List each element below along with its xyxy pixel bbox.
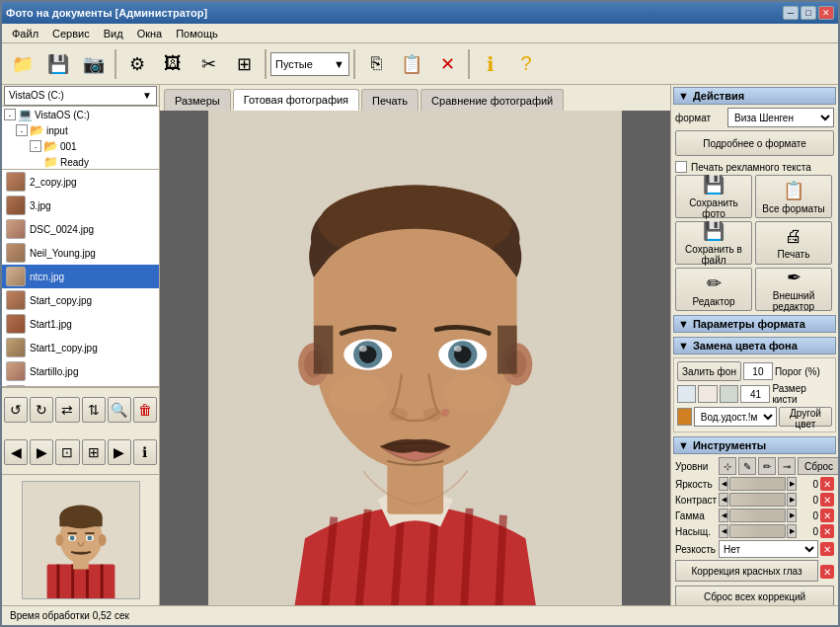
bt-info[interactable]: ℹ	[133, 439, 157, 465]
toolbar-scan[interactable]: 📷	[77, 47, 111, 81]
gamma-track[interactable]	[729, 509, 786, 522]
levels-btn-2[interactable]: ✎	[738, 457, 756, 475]
tab-ready-photo[interactable]: Готовая фотография	[233, 89, 359, 111]
tree-expand-vistaos[interactable]: -	[4, 109, 16, 120]
toolbar-open[interactable]: 📁	[6, 47, 39, 81]
toolbar-copy[interactable]: ⎘	[359, 47, 393, 81]
threshold-input[interactable]	[743, 362, 773, 380]
list-item[interactable]: 3.jpg	[2, 194, 159, 217]
gamma-right-arrow[interactable]: ▶	[787, 509, 797, 522]
toolbar-paste[interactable]: 📋	[395, 47, 428, 81]
bt-actual[interactable]: ⊞	[82, 439, 106, 465]
bt-fit[interactable]: ⊡	[55, 439, 79, 465]
minimize-button[interactable]: ─	[783, 6, 799, 20]
ext-editor-button[interactable]: ✒ Внешний редактор	[755, 268, 832, 311]
tab-sizes[interactable]: Размеры	[164, 89, 231, 111]
brightness-reset[interactable]: ✕	[820, 477, 834, 491]
brush-size-input[interactable]	[740, 385, 770, 403]
file-tree[interactable]: - 💻 VistaOS (C:) - 📂 input - 📂 001	[2, 107, 159, 170]
tree-item-ready[interactable]: 📁 Ready	[2, 154, 159, 170]
brightness-track[interactable]	[729, 477, 786, 491]
bt-flip-v[interactable]: ⇅	[82, 397, 106, 423]
red-eye-reset[interactable]: ✕	[820, 565, 834, 579]
editor-button[interactable]: ✏ Редактор	[675, 268, 752, 311]
toolbar-settings[interactable]: ⚙	[120, 47, 154, 81]
toolbar-delete[interactable]: ✕	[430, 47, 464, 81]
menu-service[interactable]: Сервис	[46, 26, 96, 41]
maximize-button[interactable]: □	[801, 6, 816, 20]
menu-windows[interactable]: Окна	[131, 26, 169, 41]
levels-reset-button[interactable]: Сброс	[798, 457, 838, 475]
tab-compare[interactable]: Сравнение фотографий	[420, 89, 564, 111]
levels-btn-4[interactable]: ⊸	[778, 457, 796, 475]
photo-left-side	[160, 111, 208, 605]
list-item[interactable]: Start1_copy.jpg	[2, 336, 159, 359]
saturation-left-arrow[interactable]: ◀	[719, 524, 728, 538]
toolbar-resize[interactable]: ⊞	[227, 47, 261, 81]
saturation-reset[interactable]: ✕	[820, 524, 834, 538]
toolbar-help[interactable]: ?	[509, 47, 543, 81]
list-item[interactable]: Start1.jpg	[2, 312, 159, 336]
all-formats-button[interactable]: 📋 Все форматы	[755, 175, 832, 218]
other-color-button[interactable]: Другой цвет	[779, 407, 832, 427]
sharpness-reset[interactable]: ✕	[820, 542, 834, 556]
tree-expand-001[interactable]: -	[30, 140, 41, 152]
save-photo-button[interactable]: 💾 Сохранить фото	[675, 175, 752, 218]
reset-all-button[interactable]: Сброс всех коррекций	[675, 586, 834, 605]
toolbar-save[interactable]: 💾	[41, 47, 75, 81]
list-item[interactable]: DSC_0024.jpg	[2, 217, 159, 241]
menu-help[interactable]: Помощь	[170, 26, 224, 41]
bt-flip-h[interactable]: ⇄	[55, 397, 79, 423]
bt-rotate-right[interactable]: ↻	[30, 397, 53, 423]
tree-item-001[interactable]: - 📂 001	[2, 138, 159, 154]
fill-bg-button[interactable]: Залить фон	[677, 361, 741, 381]
contrast-left-arrow[interactable]: ◀	[719, 493, 728, 507]
color-preset-dropdown[interactable]: Вод.удост.!м	[694, 407, 777, 427]
bt-zoom-in[interactable]: 🔍	[108, 397, 131, 423]
format-dropdown[interactable]: Виза Шенген	[727, 108, 834, 127]
bt-slideshow[interactable]: ▶	[108, 439, 131, 465]
contrast-track[interactable]	[729, 493, 786, 507]
bt-prev[interactable]: ◀	[4, 439, 28, 465]
color-swatch-2[interactable]	[698, 385, 717, 403]
menu-view[interactable]: Вид	[98, 26, 129, 41]
print-button[interactable]: 🖨 Печать	[755, 221, 832, 265]
list-item[interactable]: 2_copy.jpg	[2, 170, 159, 194]
bt-delete[interactable]: 🗑	[133, 397, 157, 423]
save-file-button[interactable]: 💾 Сохранить в файл	[675, 221, 752, 265]
menu-file[interactable]: Файл	[6, 26, 44, 41]
gamma-left-arrow[interactable]: ◀	[719, 509, 728, 522]
toolbar-dropdown[interactable]: Пустые ▼	[270, 52, 349, 76]
gamma-reset[interactable]: ✕	[820, 509, 834, 522]
saturation-track[interactable]	[729, 524, 786, 538]
details-button[interactable]: Подробнее о формате	[675, 130, 834, 156]
toolbar-photo[interactable]: 🖼	[156, 47, 190, 81]
contrast-reset[interactable]: ✕	[820, 493, 834, 507]
tree-expand-input[interactable]: -	[16, 124, 28, 136]
list-item[interactable]: ntcn.jpg	[2, 265, 159, 288]
brightness-right-arrow[interactable]: ▶	[787, 477, 797, 491]
tree-item-input[interactable]: - 📂 input	[2, 122, 159, 138]
levels-btn-3[interactable]: ✏	[758, 457, 776, 475]
close-button[interactable]: ✕	[818, 6, 834, 20]
sharpness-dropdown[interactable]: Нет	[719, 540, 818, 558]
red-eye-button[interactable]: Коррекция красных глаз	[675, 560, 818, 582]
drive-dropdown[interactable]: VistaOS (C:) ▼	[4, 86, 157, 106]
brightness-left-arrow[interactable]: ◀	[719, 477, 728, 491]
list-item[interactable]: Neil_Young.jpg	[2, 241, 159, 265]
color-swatch-1[interactable]	[677, 385, 696, 403]
toolbar-crop[interactable]: ✂	[191, 47, 225, 81]
tree-item-vistaos[interactable]: - 💻 VistaOS (C:)	[2, 107, 159, 122]
saturation-right-arrow[interactable]: ▶	[787, 524, 797, 538]
file-list[interactable]: 2_copy.jpg 3.jpg DSC_0024.jpg Neil_Young…	[2, 170, 159, 387]
tab-print[interactable]: Печать	[361, 89, 419, 111]
bt-next[interactable]: ▶	[30, 439, 53, 465]
levels-btn-1[interactable]: ⊹	[719, 457, 736, 475]
toolbar-info[interactable]: ℹ	[474, 47, 507, 81]
advert-checkbox[interactable]	[675, 161, 687, 173]
bt-rotate-left[interactable]: ↺	[4, 397, 28, 423]
list-item[interactable]: Startillo.jpg	[2, 359, 159, 383]
color-swatch-3[interactable]	[720, 385, 738, 403]
list-item[interactable]: Start_copy.jpg	[2, 288, 159, 312]
contrast-right-arrow[interactable]: ▶	[787, 493, 797, 507]
